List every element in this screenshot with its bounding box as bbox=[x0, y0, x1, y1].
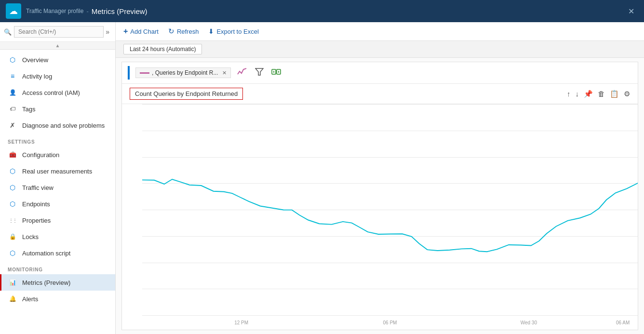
sidebar-item-tags[interactable]: 🏷 Tags bbox=[0, 101, 115, 117]
sidebar-item-access-control[interactable]: 👤 Access control (IAM) bbox=[0, 84, 115, 101]
sidebar-item-traffic-view[interactable]: ⬡ Traffic view bbox=[0, 179, 115, 196]
chart-svg bbox=[142, 104, 638, 321]
endpoints-icon: ⬡ bbox=[8, 199, 17, 209]
real-user-measurements-icon: ⬡ bbox=[8, 166, 17, 176]
add-chart-label: Add Chart bbox=[130, 28, 159, 35]
time-filter-bar: Last 24 hours (Automatic) bbox=[116, 41, 644, 58]
sidebar-item-properties-label: Properties bbox=[22, 217, 51, 224]
sidebar-item-configuration[interactable]: 🧰 Configuration bbox=[0, 147, 115, 163]
sidebar-item-overview[interactable]: ⬡ Overview bbox=[0, 52, 115, 68]
sidebar-item-properties[interactable]: ⋮⋮ Properties bbox=[0, 212, 115, 228]
chart-tab-close[interactable]: ✕ bbox=[222, 70, 227, 76]
chart-line-icon[interactable] bbox=[235, 67, 249, 79]
properties-icon: ⋮⋮ bbox=[8, 215, 17, 225]
export-icon: ⬇ bbox=[208, 27, 214, 35]
pin-button[interactable]: 📌 bbox=[584, 90, 593, 98]
y-axis bbox=[122, 104, 142, 315]
x-label-6am: 06 AM bbox=[616, 320, 630, 325]
x-label-wed30: Wed 30 bbox=[521, 320, 537, 325]
sidebar-item-alerts-label: Alerts bbox=[22, 295, 38, 303]
x-label-12pm: 12 PM bbox=[234, 320, 248, 325]
topbar-separator: - bbox=[86, 8, 88, 15]
scroll-up-icon: ▲ bbox=[55, 43, 60, 48]
sidebar-search-bar: 🔍 » bbox=[0, 22, 115, 42]
sidebar: 🔍 » ▲ ⬡ Overview ≡ Activity log 👤 Access… bbox=[0, 22, 116, 334]
refresh-icon: ↻ bbox=[168, 27, 174, 36]
overview-icon: ⬡ bbox=[8, 55, 17, 65]
sort-desc-button[interactable]: ↓ bbox=[576, 90, 579, 98]
chart-split-icon[interactable] bbox=[269, 67, 283, 79]
access-control-icon: 👤 bbox=[8, 88, 17, 97]
copy-button[interactable]: 📋 bbox=[610, 90, 619, 98]
sort-asc-button[interactable]: ↑ bbox=[567, 90, 571, 98]
time-filter-label: Last 24 hours (Automatic) bbox=[130, 46, 196, 53]
sidebar-item-metrics-preview[interactable]: 📊 Metrics (Preview) bbox=[0, 274, 115, 291]
sidebar-collapse-button[interactable]: » bbox=[104, 27, 111, 37]
tab-color-indicator bbox=[140, 72, 149, 74]
app-layout: 🔍 » ▲ ⬡ Overview ≡ Activity log 👤 Access… bbox=[0, 22, 644, 334]
x-axis: 12 PM 06 PM Wed 30 06 AM bbox=[142, 315, 638, 330]
x-label-6pm: 06 PM bbox=[383, 320, 397, 325]
sidebar-section-settings: SETTINGS bbox=[0, 134, 115, 147]
search-input[interactable] bbox=[14, 26, 104, 38]
tab-indicator bbox=[128, 66, 130, 80]
alerts-icon: 🔔 bbox=[8, 294, 17, 304]
sidebar-item-diagnose-label: Diagnose and solve problems bbox=[22, 122, 105, 129]
delete-button[interactable]: 🗑 bbox=[598, 90, 605, 98]
sidebar-item-real-user-measurements[interactable]: ⬡ Real user measurements bbox=[0, 163, 115, 179]
settings-button[interactable]: ⚙ bbox=[624, 90, 630, 98]
sidebar-item-alerts[interactable]: 🔔 Alerts bbox=[0, 291, 115, 307]
topbar-title: Metrics (Preview) bbox=[92, 7, 148, 15]
chart-filter-icon[interactable] bbox=[253, 67, 266, 79]
chart-body: 12 PM 06 PM Wed 30 06 AM bbox=[122, 104, 638, 330]
traffic-view-icon: ⬡ bbox=[8, 183, 17, 192]
refresh-label: Refresh bbox=[177, 28, 199, 35]
chart-tabs-bar: , Queries by Endpoint R... ✕ bbox=[122, 62, 638, 84]
logo-icon: ☁ bbox=[9, 6, 18, 16]
sidebar-item-automation-script[interactable]: ⬡ Automation script bbox=[0, 245, 115, 261]
add-chart-button[interactable]: + Add Chart bbox=[123, 27, 159, 36]
diagnose-icon: ✗ bbox=[8, 120, 17, 130]
export-button[interactable]: ⬇ Export to Excel bbox=[208, 27, 258, 35]
sidebar-item-locks-label: Locks bbox=[22, 233, 39, 240]
app-logo: ☁ bbox=[6, 3, 21, 19]
sidebar-scroll-up[interactable]: ▲ bbox=[0, 42, 115, 50]
topbar-subtitle: Traffic Manager profile bbox=[26, 8, 83, 14]
automation-script-icon: ⬡ bbox=[8, 248, 17, 258]
configuration-icon: 🧰 bbox=[8, 150, 17, 160]
chart-panel: , Queries by Endpoint R... ✕ bbox=[121, 62, 638, 330]
topbar-close-button[interactable]: ✕ bbox=[624, 5, 638, 18]
sidebar-item-tags-label: Tags bbox=[22, 106, 35, 113]
sidebar-section-monitoring: MONITORING bbox=[0, 261, 115, 274]
refresh-button[interactable]: ↻ Refresh bbox=[168, 27, 199, 36]
locks-icon: 🔒 bbox=[8, 232, 17, 241]
sidebar-item-metrics-preview-label: Metrics (Preview) bbox=[22, 279, 70, 286]
chart-title: Count Queries by Endpoint Returned bbox=[130, 88, 243, 100]
main-content: + Add Chart ↻ Refresh ⬇ Export to Excel … bbox=[116, 22, 644, 334]
time-filter-button[interactable]: Last 24 hours (Automatic) bbox=[123, 44, 202, 54]
chart-tab-queries[interactable]: , Queries by Endpoint R... ✕ bbox=[135, 67, 231, 78]
add-chart-icon: + bbox=[123, 27, 128, 36]
sidebar-nav: ⬡ Overview ≡ Activity log 👤 Access contr… bbox=[0, 50, 115, 334]
tags-icon: 🏷 bbox=[8, 104, 17, 114]
sidebar-item-activity-log[interactable]: ≡ Activity log bbox=[0, 68, 115, 84]
sidebar-item-automation-script-label: Automation script bbox=[22, 250, 70, 257]
sidebar-item-activity-log-label: Activity log bbox=[22, 73, 52, 80]
chart-header: Count Queries by Endpoint Returned ↑ ↓ 📌… bbox=[122, 84, 638, 104]
sidebar-item-endpoints[interactable]: ⬡ Endpoints bbox=[0, 196, 115, 212]
svg-marker-0 bbox=[255, 68, 263, 75]
sidebar-item-access-control-label: Access control (IAM) bbox=[22, 89, 80, 96]
toolbar: + Add Chart ↻ Refresh ⬇ Export to Excel bbox=[116, 22, 644, 41]
activity-log-icon: ≡ bbox=[8, 71, 17, 81]
sidebar-item-endpoints-label: Endpoints bbox=[22, 200, 50, 208]
metrics-preview-icon: 📊 bbox=[8, 278, 17, 287]
sidebar-item-locks[interactable]: 🔒 Locks bbox=[0, 228, 115, 245]
export-label: Export to Excel bbox=[216, 28, 258, 35]
topbar: ☁ Traffic Manager profile - Metrics (Pre… bbox=[0, 0, 644, 22]
chart-actions: ↑ ↓ 📌 🗑 📋 ⚙ bbox=[567, 90, 630, 98]
sidebar-item-diagnose[interactable]: ✗ Diagnose and solve problems bbox=[0, 117, 115, 134]
sidebar-item-real-user-measurements-label: Real user measurements bbox=[22, 168, 92, 175]
sidebar-item-traffic-view-label: Traffic view bbox=[22, 184, 54, 191]
sidebar-item-configuration-label: Configuration bbox=[22, 151, 59, 159]
sidebar-item-overview-label: Overview bbox=[22, 56, 48, 64]
